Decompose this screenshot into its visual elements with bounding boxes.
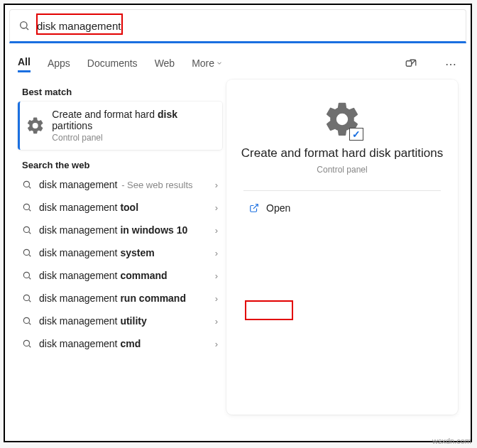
svg-point-9 (23, 249, 29, 255)
open-label: Open (266, 202, 290, 214)
search-icon (22, 180, 32, 190)
svg-point-7 (23, 226, 29, 232)
search-icon (22, 293, 32, 303)
svg-line-12 (29, 278, 31, 280)
web-result-item[interactable]: disk management tool› (18, 196, 222, 219)
web-result-text: disk management in windows 10 (39, 224, 187, 236)
chevron-down-icon (216, 60, 223, 67)
search-icon (22, 271, 32, 280)
web-result-item[interactable]: disk management cmd› (18, 332, 222, 355)
svg-line-18 (29, 346, 31, 348)
search-input[interactable] (37, 20, 457, 32)
chevron-right-icon: › (215, 271, 218, 281)
chevron-right-icon: › (215, 180, 218, 190)
web-result-text: disk management system (39, 247, 155, 258)
svg-point-3 (23, 181, 29, 187)
svg-line-1 (26, 28, 28, 30)
svg-rect-2 (406, 60, 412, 66)
gear-icon (26, 116, 45, 136)
detail-app-icon: ✓ (322, 99, 362, 139)
tab-documents[interactable]: Documents (87, 58, 138, 72)
svg-line-10 (29, 255, 31, 257)
best-match-title: Create and format hard disk partitions (52, 109, 216, 131)
chevron-right-icon: › (215, 339, 218, 349)
heading-best-match: Best match (22, 87, 222, 97)
web-result-text: disk management utility (39, 315, 147, 327)
svg-point-17 (23, 340, 29, 346)
web-result-item[interactable]: disk management in windows 10› (18, 219, 222, 241)
chevron-right-icon: › (215, 225, 218, 236)
divider (243, 190, 441, 191)
web-result-item[interactable]: disk management run command› (18, 287, 222, 310)
best-match-item[interactable]: Create and format hard disk partitions C… (18, 102, 222, 150)
chevron-right-icon: › (215, 248, 218, 258)
web-result-item[interactable]: disk management command› (18, 264, 222, 287)
detail-panel: ✓ Create and format hard disk partitions… (226, 80, 458, 415)
web-result-text: disk management tool (39, 202, 138, 213)
tab-web[interactable]: Web (155, 58, 175, 72)
web-result-text: disk management cmd (39, 338, 141, 349)
tab-more[interactable]: More (192, 58, 223, 72)
heading-search-web: Search the web (22, 160, 222, 170)
watermark: wsxdn.com (432, 437, 471, 445)
svg-point-0 (21, 22, 27, 28)
web-results-list: disk management - See web results›disk m… (18, 173, 222, 355)
verified-badge: ✓ (349, 128, 363, 141)
svg-point-13 (23, 295, 29, 300)
tab-more-label: More (192, 58, 214, 69)
svg-point-11 (23, 272, 29, 278)
chevron-right-icon: › (215, 293, 218, 304)
web-result-text: disk management - See web results (39, 179, 193, 190)
search-icon (18, 20, 30, 31)
open-external-icon (249, 203, 259, 213)
best-match-subtitle: Control panel (52, 133, 216, 143)
svg-line-19 (253, 204, 258, 209)
more-options-icon[interactable]: ⋯ (444, 58, 458, 72)
search-icon (22, 202, 32, 212)
search-icon (22, 248, 32, 258)
chevron-right-icon: › (215, 202, 218, 213)
check-icon: ✓ (352, 129, 361, 140)
search-icon (22, 225, 32, 235)
search-filters: All Apps Documents Web More ⋯ (5, 48, 471, 72)
detail-subtitle: Control panel (226, 165, 458, 175)
chevron-right-icon: › (215, 316, 218, 327)
search-icon (22, 316, 32, 326)
svg-line-14 (29, 300, 31, 302)
svg-point-15 (23, 317, 29, 323)
web-result-item[interactable]: disk management - See web results› (18, 173, 222, 196)
svg-line-16 (29, 323, 31, 325)
open-button[interactable]: Open (243, 198, 296, 218)
search-icon (22, 339, 32, 349)
detail-title: Create and format hard disk partitions (226, 146, 458, 160)
svg-line-4 (29, 187, 31, 189)
web-result-text: disk management command (39, 270, 168, 281)
svg-line-8 (29, 232, 31, 234)
svg-point-5 (23, 204, 29, 209)
svg-line-6 (29, 209, 31, 212)
share-icon[interactable] (404, 58, 418, 72)
results-list: Best match Create and format hard disk p… (18, 80, 222, 415)
web-result-text: disk management run command (39, 293, 186, 304)
tab-all[interactable]: All (18, 56, 31, 72)
web-result-item[interactable]: disk management system› (18, 241, 222, 264)
tab-apps[interactable]: Apps (48, 58, 70, 72)
web-result-item[interactable]: disk management utility› (18, 310, 222, 332)
search-bar[interactable] (9, 9, 466, 43)
